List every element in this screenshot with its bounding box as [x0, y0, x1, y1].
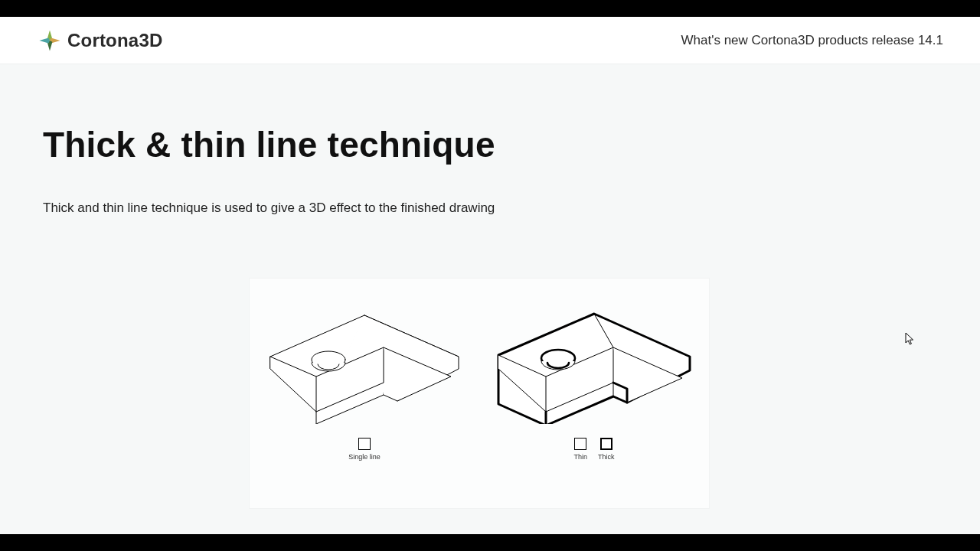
svg-marker-3: [39, 37, 50, 43]
slide-content: Thick & thin line technique Thick and th…: [43, 64, 937, 534]
legend-item-thin: Thin: [573, 438, 587, 461]
slide-subtitle: Thick and thin line technique is used to…: [43, 201, 937, 216]
brand-name: Cortona3D: [67, 30, 162, 51]
single-line-panel: Single line: [261, 309, 468, 461]
thick-thin-panel: Thin Thick: [491, 309, 697, 461]
letterbox-top: [0, 0, 980, 17]
letterbox-bottom: [0, 534, 980, 551]
legend-item-single: Single line: [348, 438, 381, 461]
header-tagline: What's new Cortona3D products release 14…: [681, 33, 943, 48]
legend-item-thick: Thick: [598, 438, 615, 461]
slide-page: Cortona3D What's new Cortona3D products …: [0, 17, 980, 534]
legend-label-thin: Thin: [573, 453, 587, 461]
header-bar: Cortona3D What's new Cortona3D products …: [0, 17, 980, 64]
thick-thin-legend: Thin Thick: [573, 438, 614, 461]
single-line-illustration: [261, 309, 468, 424]
swatch-thin-icon: [574, 438, 586, 450]
single-line-legend: Single line: [348, 438, 381, 461]
illustration-card: Single line: [250, 279, 709, 508]
brand-star-icon: [37, 28, 63, 54]
thick-thin-illustration: [491, 309, 697, 424]
legend-label-single: Single line: [348, 453, 381, 461]
swatch-single-icon: [358, 438, 371, 450]
legend-label-thick: Thick: [598, 453, 615, 461]
swatch-thick-icon: [600, 438, 612, 450]
slide-title: Thick & thin line technique: [43, 124, 937, 165]
brand-logo: Cortona3D: [37, 28, 162, 54]
